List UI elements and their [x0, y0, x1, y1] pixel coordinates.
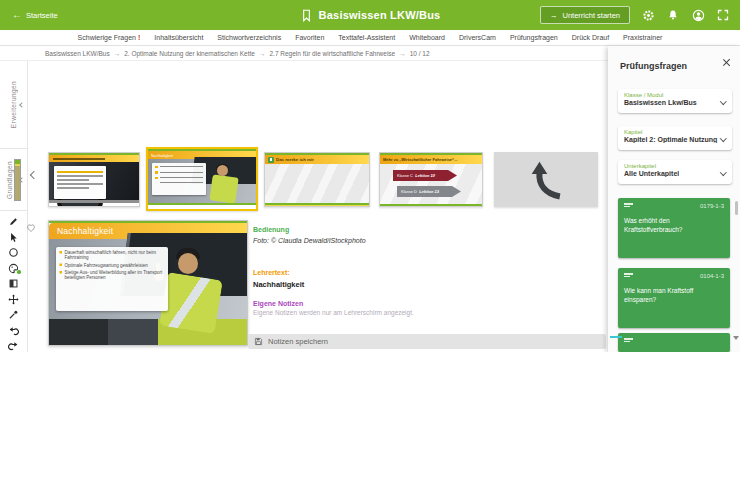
- warning-badge: !: [138, 34, 140, 41]
- slide-thumbnail-4[interactable]: Mehr zu „Wirtschaftlicher Fahrweise“... …: [379, 152, 483, 207]
- scroll-down-arrow[interactable]: [733, 336, 739, 340]
- chevron-down-icon: [720, 98, 726, 104]
- breadcrumb-separator: →: [114, 50, 121, 57]
- filmstrip-prev-button[interactable]: [30, 171, 38, 179]
- breadcrumb: Basiswissen LKW/Bus → 2. Optimale Nutzun…: [0, 46, 608, 61]
- tab-stichwortverzeichnis[interactable]: Stichwortverzeichnis: [217, 34, 281, 41]
- slide-thumbnail-5[interactable]: [494, 152, 598, 207]
- chevron-left-icon: [19, 177, 25, 183]
- publisher-logo: [624, 203, 633, 208]
- question-id: 0104-1-3: [700, 273, 724, 279]
- settings-icon[interactable]: [641, 8, 655, 22]
- chevron-down-icon: [720, 169, 726, 175]
- lehrertext-value: Nachhaltigkeit: [253, 280, 304, 289]
- drawing-toolbar: [0, 211, 27, 352]
- question-id: 0179-1-3: [700, 203, 724, 209]
- tab-whiteboard[interactable]: Whiteboard: [409, 34, 445, 41]
- slide-photo-truck-driver: Dauerhaft wirtschaftlich fahren, nicht n…: [49, 239, 247, 346]
- favorite-heart-icon[interactable]: [26, 219, 36, 237]
- slide-bullet: Dauerhaft wirtschaftlich fahren, nicht n…: [65, 250, 165, 261]
- select-unterkapitel[interactable]: Unterkapitel Alle Unterkapitel: [618, 160, 732, 184]
- topbar: ← Startseite Basiswissen LKW/Bus → Unter…: [0, 0, 740, 30]
- curved-arrow-icon: [520, 160, 572, 200]
- panel-scrollbar-thumb[interactable]: [735, 201, 738, 215]
- pruefungsfragen-panel: Prüfungsfragen Klasse / Modul Basiswisse…: [608, 46, 740, 352]
- question-card[interactable]: 0179-1-3 Was erhöht den Kraftstoffverbra…: [618, 198, 730, 258]
- question-card[interactable]: 0104-1-3 Wie kann man Kraftstoff einspar…: [618, 268, 730, 328]
- tab-schwierige-fragen[interactable]: Schwierige Fragen!: [78, 34, 141, 41]
- publisher-logo: [624, 338, 633, 343]
- tab-driverscam[interactable]: DriversCam: [459, 34, 496, 41]
- page-title: Basiswissen LKW/Bus: [319, 9, 441, 21]
- note-icon: [268, 157, 274, 163]
- color-palette-icon[interactable]: [7, 262, 21, 275]
- save-notes-button[interactable]: Notizen speichern: [248, 334, 606, 349]
- breadcrumb-item[interactable]: 2.7 Regeln für die wirtschaftliche Fahrw…: [269, 50, 395, 57]
- question-text: Wie kann man Kraftstoff einsparen?: [624, 286, 724, 305]
- slide-thumbnail-2-selected[interactable]: Nachhaltigkeit: [146, 147, 258, 211]
- thumb-title-bar: Mehr zu „Wirtschaftlicher Fahrweise“...: [380, 155, 482, 164]
- thumb-photo-driver: [148, 159, 256, 205]
- current-slide[interactable]: Nachhaltigkeit Dauerhaft wirtschaftlich …: [48, 220, 248, 346]
- left-rail: Erweiterungen Grundlagen: [0, 61, 28, 352]
- close-icon[interactable]: [722, 58, 731, 67]
- section-label-eigene-notizen: Eigene Notizen: [253, 300, 303, 307]
- app-window: ← Startseite Basiswissen LKW/Bus → Unter…: [0, 0, 740, 352]
- slide-bullet: Stetige Aus- und Weiterbildung aller im …: [65, 270, 165, 281]
- back-to-home-button[interactable]: ← Startseite: [12, 10, 58, 20]
- ellipse-tool-icon[interactable]: [7, 246, 21, 259]
- tab-praxistrainer[interactable]: Praxistrainer: [623, 34, 662, 41]
- scroll-indicator: [610, 336, 622, 338]
- slide-thumbnail-3[interactable]: Das merke ich mir: [264, 152, 370, 207]
- lektion-banner: Klasse C Lektion 10: [393, 170, 457, 181]
- photo-credit: Foto: © Claudia Dewald/iStockphoto: [253, 237, 366, 244]
- select-klasse-modul[interactable]: Klasse / Modul Basiswissen Lkw/Bus: [618, 89, 732, 113]
- chevron-down-icon: [720, 135, 726, 141]
- slide-title: Nachhaltigkeit: [57, 226, 113, 236]
- notifications-icon[interactable]: [666, 8, 680, 22]
- move-tool-icon[interactable]: [7, 293, 21, 306]
- slide-bullet: Optimale Fahrzeugwartung gewährleisten: [65, 262, 148, 267]
- thumb-photo-cab-interior: [49, 162, 139, 203]
- tab-texttafel-assistent[interactable]: Texttafel-Assistent: [338, 34, 395, 41]
- slide-bullet-box: Dauerhaft wirtschaftlich fahren, nicht n…: [56, 247, 168, 311]
- tab-pruefungsfragen[interactable]: Prüfungsfragen: [510, 34, 558, 41]
- tab-drueck-drauf[interactable]: Drück Drauf: [572, 34, 609, 41]
- back-label: Startseite: [26, 11, 58, 20]
- section-label-lehrertext: Lehrertext:: [253, 269, 290, 276]
- lektion-banner: Klasse D Lektion 13: [397, 186, 461, 197]
- select-cursor-icon[interactable]: [7, 231, 21, 244]
- main-nav: Schwierige Fragen! Inhaltsübersicht Stic…: [0, 30, 740, 46]
- sidebar-tab-erweiterungen[interactable]: Erweiterungen: [0, 61, 27, 149]
- breadcrumb-separator: →: [259, 50, 266, 57]
- fullscreen-icon[interactable]: [716, 8, 730, 22]
- select-kapitel[interactable]: Kapitel Kapitel 2: Optimale Nutzung ...: [618, 126, 732, 150]
- redo-icon[interactable]: [7, 339, 21, 352]
- breadcrumb-page-indicator: 10 / 12: [410, 50, 430, 57]
- save-floppy-icon: [254, 337, 263, 346]
- breadcrumb-separator: →: [399, 50, 406, 57]
- question-text: Was erhöht den Kraftstoffverbrauch?: [624, 216, 724, 235]
- start-lesson-button[interactable]: → Unterricht starten: [540, 6, 630, 24]
- back-arrow-icon: ←: [12, 10, 22, 20]
- chevron-left-icon: [19, 102, 25, 108]
- publisher-logo: [624, 273, 633, 278]
- tab-inhaltsuebersicht[interactable]: Inhaltsübersicht: [154, 34, 203, 41]
- notes-hint: Eigene Notizen werden nur am Lehrerschir…: [253, 309, 414, 316]
- sidebar-tab-grundlagen[interactable]: Grundlagen: [0, 149, 27, 211]
- active-color-dot: [17, 270, 21, 274]
- pen-tool-icon[interactable]: [7, 215, 21, 228]
- thumb-title-bar: Das merke ich mir: [265, 155, 369, 164]
- bookmark-icon: [300, 9, 313, 22]
- tab-favoriten[interactable]: Favoriten: [295, 34, 324, 41]
- breadcrumb-item[interactable]: Basiswissen LKW/Bus: [45, 50, 110, 57]
- laser-pointer-icon[interactable]: [7, 308, 21, 321]
- slide-thumbnail-1[interactable]: [48, 152, 140, 207]
- contrast-icon[interactable]: [7, 277, 21, 290]
- undo-icon[interactable]: [7, 324, 21, 337]
- breadcrumb-item[interactable]: 2. Optimale Nutzung der kinematischen Ke…: [124, 50, 255, 57]
- panel-title: Prüfungsfragen: [620, 61, 687, 71]
- question-card-partial[interactable]: [618, 333, 730, 352]
- section-label-bedienung: Bedienung: [253, 226, 289, 233]
- account-icon[interactable]: [691, 8, 705, 22]
